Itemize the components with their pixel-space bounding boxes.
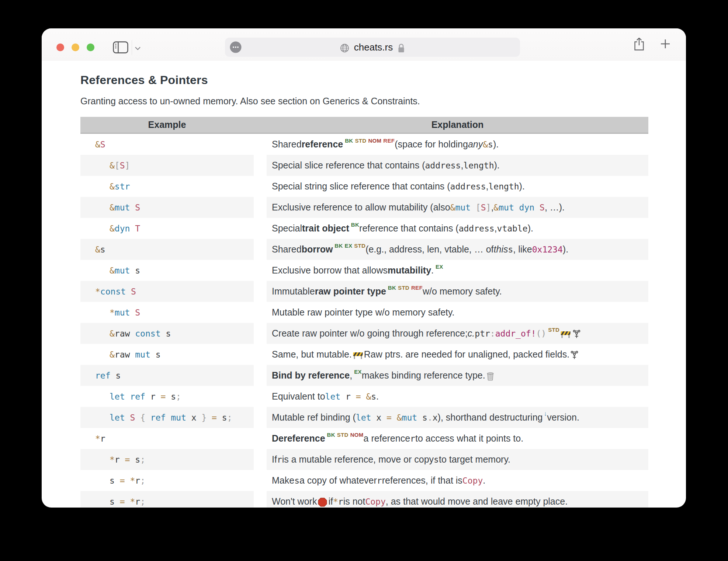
code-token: length	[463, 161, 494, 170]
text-run: , …).	[545, 202, 565, 213]
sidebar-toggle-button[interactable]	[113, 41, 128, 55]
example-cell: &str	[80, 176, 254, 197]
page-settings-button[interactable]	[229, 40, 517, 56]
code-token-punct: .	[427, 413, 433, 422]
code-token: raw	[115, 350, 130, 359]
text-run: Equivalent to	[272, 391, 325, 402]
column-header-example: Example	[80, 119, 254, 130]
column-header-explanation: Explanation	[267, 119, 648, 130]
code-token: s	[488, 140, 493, 149]
text-run: If	[272, 454, 277, 465]
explanation-cell: DereferenceBKSTDNOM a reference r to acc…	[267, 428, 648, 449]
code-token-operator: &	[483, 140, 488, 149]
text-run: Exclusive reference to allow mutability …	[272, 202, 450, 213]
code-token	[145, 392, 150, 401]
code-token-operator: =	[125, 455, 130, 464]
new-tab-button[interactable]	[659, 38, 671, 51]
code-token: x	[191, 413, 197, 422]
code-token-operator: &	[110, 224, 115, 233]
column-gap	[254, 134, 267, 155]
code-token-type: S	[100, 140, 105, 149]
code-token-type: S	[130, 413, 135, 422]
column-gap	[254, 260, 267, 281]
code-token	[130, 455, 135, 464]
minimize-button[interactable]	[72, 43, 79, 51]
text-run: Special string slice reference that cont…	[272, 181, 450, 192]
code-token: s	[422, 413, 427, 422]
badge-nomicon: NOM	[368, 137, 381, 144]
code-token-punct: :	[490, 329, 495, 338]
text-run: references, if that is	[382, 475, 462, 486]
badge-book: BK	[345, 137, 353, 144]
code-token: s	[135, 266, 140, 275]
text-run-italic: c.	[468, 328, 475, 339]
code-token	[207, 413, 212, 422]
badge-book: BK	[327, 432, 335, 438]
code-token-type: S	[540, 203, 545, 212]
browser-toolbar: cheats.rs	[42, 28, 686, 61]
code-token: s	[371, 392, 376, 401]
column-gap	[254, 407, 267, 428]
example-cell: &[S]	[80, 155, 254, 176]
code-token: s	[110, 497, 115, 506]
code-token-keyword: let	[110, 413, 125, 422]
address-bar[interactable]: cheats.rs	[225, 38, 520, 57]
code-token: s	[171, 392, 176, 401]
text-run: Mutable raw pointer type w/o memory safe…	[272, 307, 455, 318]
code-token-operator: *	[95, 287, 100, 296]
table-row: &strSpecial string slice reference that …	[80, 176, 648, 197]
code-token	[125, 392, 130, 401]
text-run: ,	[491, 202, 493, 213]
text-run-bold: raw pointer type	[315, 286, 386, 297]
code-token-type: S	[131, 287, 136, 296]
code-token	[534, 203, 540, 212]
code-token-keyword: mut	[499, 203, 514, 212]
example-cell: *r	[80, 428, 254, 449]
staff-icon	[571, 351, 578, 360]
down-link[interactable]: ↓	[544, 410, 547, 418]
zoom-button[interactable]	[87, 43, 94, 51]
sidebar-menu-button[interactable]	[135, 45, 141, 52]
explanation-cell: Exclusive reference to allow mutability …	[267, 197, 648, 218]
text-run: Shared	[272, 139, 302, 150]
code-token	[115, 476, 120, 485]
code-token-keyword: str	[115, 182, 130, 191]
close-button[interactable]	[56, 43, 64, 51]
column-gap	[254, 491, 267, 508]
code-token-operator: &	[450, 203, 455, 212]
text-run: ,	[495, 223, 497, 234]
code-token-keyword: dyn	[519, 203, 535, 212]
code-token	[130, 224, 135, 233]
text-run-bold: reference	[302, 139, 343, 150]
text-run: (e.g., address, len, vtable, … of	[365, 244, 493, 255]
column-gap	[254, 239, 267, 260]
code-token-operator: *	[130, 476, 135, 485]
text-run: Special slice reference that contains (	[272, 160, 425, 171]
code-token	[150, 350, 156, 359]
table-row: &SShared referenceBKSTDNOMREF (space for…	[80, 134, 648, 155]
text-run: ).	[493, 139, 499, 150]
text-run: .	[483, 475, 485, 486]
column-gap	[254, 365, 267, 386]
share-button[interactable]	[633, 36, 645, 53]
example-cell: &mut S	[80, 197, 254, 218]
table-row: s = *r;Make s a copy of whatever r refer…	[80, 470, 648, 491]
sidebar-toggle-icon	[113, 48, 128, 55]
code-token	[186, 413, 191, 422]
column-gap	[254, 302, 267, 323]
code-token: s	[434, 455, 439, 464]
code-token-type: S	[135, 308, 140, 317]
construction-icon	[561, 330, 571, 338]
code-token-punct: ()	[536, 329, 547, 338]
column-gap	[254, 344, 267, 365]
code-token: r	[135, 476, 140, 485]
code-token-operator: *	[110, 455, 115, 464]
code-token: s	[156, 350, 161, 359]
staff-icon	[573, 330, 580, 339]
code-token	[135, 413, 140, 422]
screen: cheats.rs	[0, 0, 728, 561]
chevron-down-icon	[135, 45, 141, 52]
text-run: a reference	[364, 433, 410, 444]
text-run: (space for holding	[395, 139, 468, 150]
text-run: ,	[461, 160, 463, 171]
